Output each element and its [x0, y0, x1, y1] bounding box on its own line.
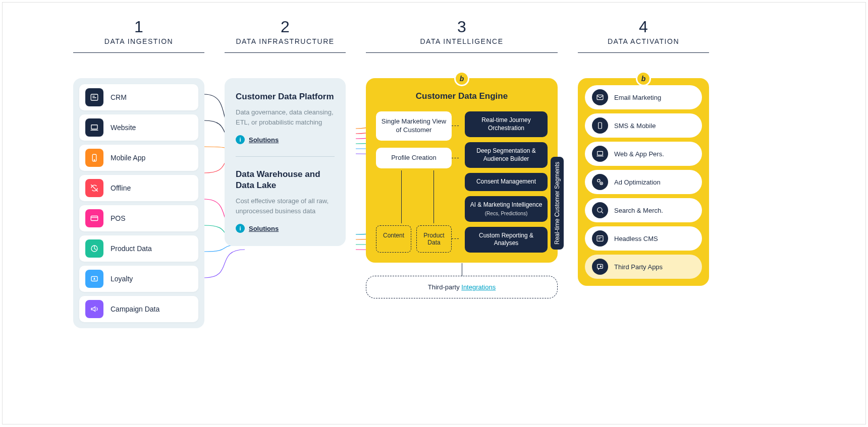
activation-label: Ad Optimization	[614, 178, 661, 186]
svg-rect-9	[598, 151, 603, 155]
engine-capability-1: Deep Segmentation & Audience Builder	[465, 142, 548, 168]
svg-point-12	[598, 208, 602, 212]
cdp-desc: Data governance, data cleansing, ETL, or…	[236, 107, 335, 127]
activation-item-cms: Headless CMS	[585, 226, 702, 251]
activation-item-ad: Ad Optimization	[585, 170, 702, 194]
activation-item-laptop2: Web & App Pers.	[585, 142, 702, 166]
header-3: 3DATA INTELLIGENCE	[366, 18, 558, 53]
activation-panel: b Email MarketingSMS & MobileWeb & App P…	[578, 78, 709, 286]
header-1: 1DATA INGESTION	[73, 18, 204, 53]
offline-icon	[85, 179, 103, 197]
svg-rect-4	[91, 216, 98, 221]
ingestion-item-offline: Offline	[79, 175, 198, 201]
stage-headers: 1DATA INGESTION 2DATA INFRASTRUCTURE 3DA…	[73, 18, 795, 53]
ingestion-label: Offline	[111, 184, 131, 192]
brand-badge-icon: b	[454, 71, 469, 86]
svg-point-3	[94, 160, 95, 161]
engine-capability-3: AI & Marketing Intelligence(Recs, Predic…	[465, 196, 548, 222]
engine-left-0: Single Marketing View of Customer	[376, 111, 452, 141]
ingestion-label: CRM	[111, 93, 127, 101]
svg-point-10	[598, 179, 600, 182]
integrations-link[interactable]: Integrations	[461, 283, 496, 291]
dw-title: Data Warehouse and Data Lake	[236, 169, 335, 191]
engine-panel: b Customer Data Engine Single Marketing …	[366, 78, 558, 263]
svg-rect-13	[597, 236, 603, 241]
search-icon	[592, 202, 608, 218]
engine-title: Customer Data Engine	[376, 91, 548, 101]
svg-rect-8	[599, 123, 602, 129]
mobile-icon	[85, 149, 103, 167]
card-icon	[85, 209, 103, 227]
ingestion-item-speaker: Campaign Data	[79, 296, 198, 322]
activation-label: Email Marketing	[614, 94, 661, 101]
ad-icon	[592, 174, 608, 190]
ingestion-label: Loyalty	[111, 275, 133, 283]
engine-capability-4: Custom Reporting & Analyses	[465, 227, 548, 253]
engine-capability-0: Real-time Journey Orchestration	[465, 111, 548, 137]
ingestion-item-product: Product Data	[79, 235, 198, 262]
activation-item-chat: Third Party Apps	[585, 255, 702, 279]
ingestion-label: POS	[111, 214, 126, 222]
ingestion-item-card: POS	[79, 205, 198, 231]
ingestion-label: Campaign Data	[111, 305, 159, 313]
laptop2-icon	[592, 146, 608, 162]
infrastructure-panel: Customer Data Platform Data governance, …	[225, 78, 346, 246]
ingestion-label: Product Data	[111, 245, 152, 253]
dw-desc: Cost effective storage of all raw, unpro…	[236, 196, 335, 216]
ingestion-item-loyalty: Loyalty	[79, 266, 198, 292]
activation-item-mail: Email Marketing	[585, 85, 702, 109]
header-4: 4DATA ACTIVATION	[578, 18, 709, 53]
ingestion-item-crm: CRM	[79, 84, 198, 110]
activation-item-phone: SMS & Mobile	[585, 113, 702, 138]
activation-label: Search & Merch.	[614, 207, 663, 214]
speaker-icon	[85, 300, 103, 318]
ingestion-panel: CRMWebsiteMobile AppOfflinePOSProduct Da…	[73, 78, 204, 328]
ingestion-item-mobile: Mobile App	[79, 145, 198, 171]
info-icon: i	[236, 135, 245, 144]
svg-rect-0	[91, 94, 98, 100]
phone-icon	[592, 117, 608, 134]
third-party-integrations-box: Third-party Integrations	[366, 276, 558, 298]
crm-icon	[85, 88, 103, 106]
brand-badge-icon: b	[636, 71, 651, 86]
ingestion-item-laptop: Website	[79, 114, 198, 141]
header-2: 2DATA INFRASTRUCTURE	[225, 18, 346, 53]
activation-item-search: Search & Merch.	[585, 198, 702, 222]
dw-solutions-link[interactable]: Solutions	[249, 225, 279, 232]
ingestion-label: Website	[111, 124, 136, 132]
segments-label: Real-time Customer Segments	[551, 157, 564, 250]
svg-rect-1	[91, 125, 97, 129]
engine-content-box: Content	[376, 225, 411, 253]
ingestion-label: Mobile App	[111, 154, 145, 162]
product-icon	[85, 239, 103, 258]
activation-label: Headless CMS	[614, 235, 658, 242]
laptop-icon	[85, 118, 103, 137]
activation-label: Web & App Pers.	[614, 150, 664, 158]
cms-icon	[592, 230, 608, 247]
activation-label: SMS & Mobile	[614, 122, 656, 130]
cdp-title: Customer Data Platform	[236, 91, 335, 102]
mail-icon	[592, 89, 608, 105]
engine-capability-2: Consent Management	[465, 173, 548, 191]
activation-label: Third Party Apps	[614, 263, 663, 271]
engine-product-box: Product Data	[416, 225, 452, 253]
chat-icon	[592, 259, 608, 275]
cdp-solutions-link[interactable]: Solutions	[249, 136, 279, 144]
engine-left-1: Profile Creation	[376, 148, 452, 168]
info-icon: i	[236, 224, 245, 233]
loyalty-icon	[85, 270, 103, 288]
